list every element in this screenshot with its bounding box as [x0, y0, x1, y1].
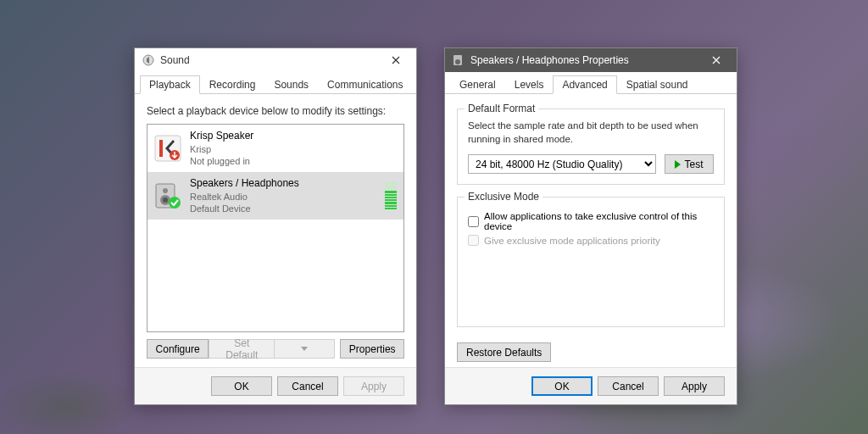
chevron-down-icon: [301, 347, 308, 351]
device-status: Not plugged in: [190, 155, 397, 167]
tab-levels[interactable]: Levels: [505, 75, 554, 93]
set-default-split-button: Set Default: [209, 339, 335, 359]
sound-dialog: Sound Playback Recording Sounds Communic…: [134, 47, 417, 405]
apply-button[interactable]: Apply: [343, 376, 404, 396]
restore-defaults-button[interactable]: Restore Defaults: [457, 342, 551, 362]
dialog-footer: OK Cancel Apply: [445, 367, 737, 404]
tabstrip: General Levels Advanced Spatial sound: [445, 72, 737, 94]
apply-button[interactable]: Apply: [664, 376, 725, 396]
exclusive-priority-checkbox-row: Give exclusive mode applications priorit…: [468, 235, 714, 246]
properties-dialog: Speakers / Headphones Properties General…: [444, 47, 737, 405]
device-list[interactable]: Krisp Speaker Krisp Not plugged in: [147, 124, 404, 332]
titlebar[interactable]: Speakers / Headphones Properties: [445, 48, 737, 72]
tab-spatial-sound[interactable]: Spatial sound: [617, 75, 698, 93]
ok-button[interactable]: OK: [531, 376, 593, 396]
window-title: Sound: [160, 54, 379, 66]
svg-point-8: [169, 197, 181, 209]
tab-advanced[interactable]: Advanced: [553, 75, 616, 94]
sound-icon: [142, 53, 155, 67]
set-default-dropdown[interactable]: [274, 339, 335, 359]
speaker-icon: [452, 53, 465, 67]
tab-content: Default Format Select the sample rate an…: [445, 93, 737, 342]
ok-button[interactable]: OK: [211, 376, 272, 396]
test-button[interactable]: Test: [665, 154, 714, 174]
device-status: Default Device: [190, 203, 376, 214]
exclusive-priority-checkbox: [468, 235, 479, 246]
device-row-krisp[interactable]: Krisp Speaker Krisp Not plugged in: [147, 125, 403, 172]
close-icon: [712, 56, 721, 64]
configure-button[interactable]: Configure: [147, 339, 209, 359]
tab-playback[interactable]: Playback: [140, 75, 200, 94]
svg-rect-2: [159, 140, 163, 157]
tab-content: Select a playback device below to modify…: [135, 93, 416, 367]
device-row-speakers[interactable]: Speakers / Headphones Realtek Audio Defa…: [147, 172, 403, 220]
device-name: Speakers / Headphones: [190, 177, 376, 191]
device-driver: Realtek Audio: [190, 191, 376, 203]
dialog-footer: OK Cancel Apply: [135, 367, 416, 404]
cancel-button[interactable]: Cancel: [598, 376, 659, 396]
device-name: Krisp Speaker: [190, 130, 397, 143]
tabstrip: Playback Recording Sounds Communications: [135, 72, 416, 94]
format-select[interactable]: 24 bit, 48000 Hz (Studio Quality): [468, 154, 656, 174]
exclusive-mode-group: Exclusive Mode Allow applications to tak…: [457, 197, 725, 327]
group-legend: Default Format: [465, 103, 538, 114]
test-label: Test: [684, 159, 703, 170]
play-icon: [675, 160, 681, 169]
default-format-group: Default Format Select the sample rate an…: [457, 108, 725, 185]
properties-button[interactable]: Properties: [340, 339, 404, 359]
set-default-button[interactable]: Set Default: [209, 339, 274, 359]
group-legend: Exclusive Mode: [465, 191, 542, 203]
svg-point-7: [163, 198, 168, 203]
krisp-icon: [154, 135, 181, 162]
tab-recording[interactable]: Recording: [200, 75, 265, 93]
window-title: Speakers / Headphones Properties: [470, 54, 699, 66]
device-text: Krisp Speaker Krisp Not plugged in: [190, 130, 397, 167]
tab-general[interactable]: General: [450, 75, 505, 93]
close-icon: [392, 56, 400, 64]
cancel-button[interactable]: Cancel: [277, 376, 338, 396]
exclusive-control-checkbox-row[interactable]: Allow applications to take exclusive con…: [468, 211, 714, 231]
vu-meter: [385, 182, 397, 209]
device-text: Speakers / Headphones Realtek Audio Defa…: [190, 177, 376, 214]
group-description: Select the sample rate and bit depth to …: [468, 120, 714, 146]
close-button[interactable]: [699, 49, 733, 71]
checkbox-label: Give exclusive mode applications priorit…: [484, 236, 660, 246]
checkbox-label: Allow applications to take exclusive con…: [484, 211, 714, 231]
device-driver: Krisp: [190, 143, 397, 155]
titlebar[interactable]: Sound: [135, 48, 416, 72]
svg-point-5: [163, 188, 168, 193]
tab-communications[interactable]: Communications: [318, 75, 412, 93]
speaker-icon: [154, 182, 181, 209]
instruction-text: Select a playback device below to modify…: [147, 105, 404, 117]
svg-point-10: [455, 59, 460, 64]
tab-sounds[interactable]: Sounds: [264, 75, 318, 93]
close-button[interactable]: [379, 49, 413, 71]
exclusive-control-checkbox[interactable]: [468, 216, 479, 227]
